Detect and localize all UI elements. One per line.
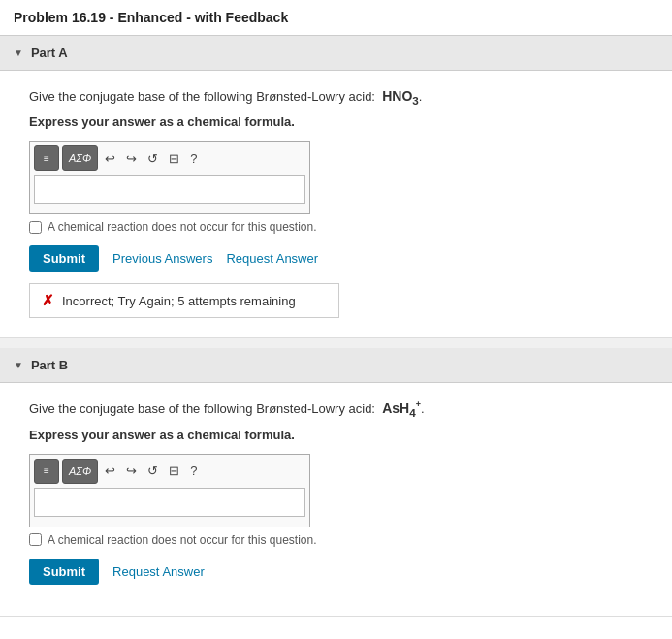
part-a-answer-input[interactable]	[34, 175, 305, 204]
part-b-content: Give the conjugate base of the following…	[0, 383, 672, 615]
part-a-instruction: Express your answer as a chemical formul…	[29, 114, 643, 129]
part-b-acid: AsH4+	[382, 400, 421, 416]
part-a-actions: Submit Previous Answers Request Answer	[29, 245, 643, 272]
matrix-button-b[interactable]: ≡	[34, 459, 59, 484]
part-b-actions: Submit Request Answer	[29, 559, 643, 585]
part-a-header[interactable]: ▼ Part A	[0, 36, 672, 71]
page-title: Problem 16.19 - Enhanced - with Feedback	[0, 0, 672, 36]
part-b-answer-input[interactable]	[34, 488, 305, 517]
part-a-no-reaction-label: A chemical reaction does not occur for t…	[48, 220, 316, 234]
part-a-feedback-box: ✗ Incorrect; Try Again; 5 attempts remai…	[29, 283, 339, 318]
part-b-request-answer-link[interactable]: Request Answer	[112, 564, 205, 579]
part-a-toolbar: ≡ ΑΣΦ ↩ ↪ ↺ ⊟ ?	[34, 145, 305, 171]
redo-icon-b[interactable]: ↪	[122, 462, 141, 480]
part-b-label: Part B	[31, 358, 68, 372]
part-b-question: Give the conjugate base of the following…	[29, 399, 643, 421]
keyboard-icon-b[interactable]: ⊟	[165, 462, 183, 480]
alpha-button-b[interactable]: ΑΣΦ	[62, 459, 98, 484]
part-b-instruction: Express your answer as a chemical formul…	[29, 428, 643, 442]
part-a-no-reaction-row: A chemical reaction does not occur for t…	[29, 220, 643, 234]
undo-icon-b[interactable]: ↩	[101, 462, 119, 480]
part-a-no-reaction-checkbox[interactable]	[29, 221, 42, 234]
part-b-no-reaction-label: A chemical reaction does not occur for t…	[48, 533, 316, 547]
part-a-request-answer-link[interactable]: Request Answer	[226, 251, 318, 266]
part-b-section: ▼ Part B Give the conjugate base of the …	[0, 348, 672, 616]
matrix-button-a[interactable]: ≡	[34, 145, 59, 171]
part-separator	[0, 338, 672, 348]
undo-icon-a[interactable]: ↩	[101, 149, 119, 168]
part-b-formula-box: ≡ ΑΣΦ ↩ ↪ ↺ ⊟ ?	[29, 454, 310, 527]
reset-icon-a[interactable]: ↺	[144, 149, 162, 168]
help-icon-a[interactable]: ?	[186, 149, 201, 168]
part-b-no-reaction-row: A chemical reaction does not occur for t…	[29, 533, 643, 547]
part-a-submit-button[interactable]: Submit	[29, 245, 99, 272]
keyboard-icon-a[interactable]: ⊟	[165, 149, 183, 168]
collapse-arrow-a: ▼	[14, 48, 23, 58]
part-a-question: Give the conjugate base of the following…	[29, 86, 643, 109]
part-b-submit-button[interactable]: Submit	[29, 559, 99, 585]
reset-icon-b[interactable]: ↺	[144, 462, 162, 480]
part-a-content: Give the conjugate base of the following…	[0, 71, 672, 337]
part-a-previous-answers-link[interactable]: Previous Answers	[112, 251, 212, 266]
feedback-x-icon: ✗	[42, 292, 54, 309]
part-a-feedback-text: Incorrect; Try Again; 5 attempts remaini…	[62, 294, 296, 308]
part-a-section: ▼ Part A Give the conjugate base of the …	[0, 36, 672, 338]
part-a-acid: HNO3	[382, 88, 419, 104]
part-b-toolbar: ≡ ΑΣΦ ↩ ↪ ↺ ⊟ ?	[34, 459, 305, 484]
alpha-button-a[interactable]: ΑΣΦ	[62, 145, 98, 171]
redo-icon-a[interactable]: ↪	[122, 149, 141, 168]
part-a-label: Part A	[31, 46, 68, 60]
part-b-header[interactable]: ▼ Part B	[0, 348, 672, 383]
part-a-formula-box: ≡ ΑΣΦ ↩ ↪ ↺ ⊟ ?	[29, 141, 310, 214]
part-b-no-reaction-checkbox[interactable]	[29, 533, 42, 546]
collapse-arrow-b: ▼	[14, 360, 23, 370]
help-icon-b[interactable]: ?	[186, 462, 201, 480]
